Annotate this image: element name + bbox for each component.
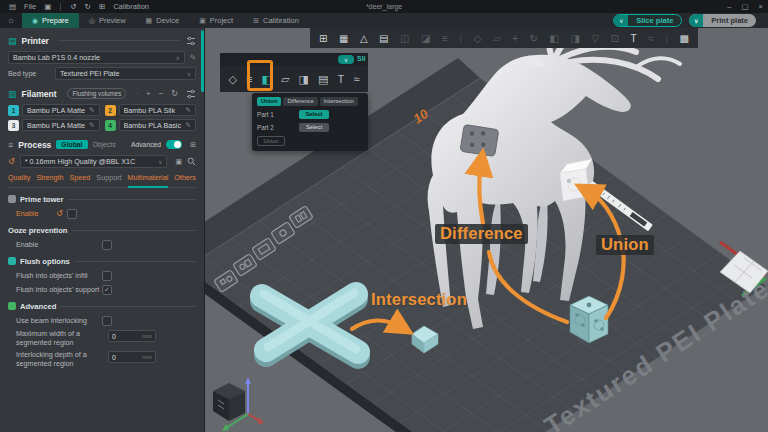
toolbar-icon[interactable]: ≈ bbox=[648, 33, 654, 44]
inset-tool-icon[interactable]: T bbox=[338, 73, 345, 85]
toolbar-icon[interactable]: ◇ bbox=[474, 33, 482, 44]
process-tab[interactable]: Strength bbox=[36, 173, 63, 184]
ooze-enable-checkbox[interactable] bbox=[102, 240, 112, 250]
inset-tool-icon[interactable]: ◇ bbox=[229, 73, 237, 86]
toolbar-icon[interactable]: ◧ bbox=[549, 33, 558, 44]
search-params-icon[interactable] bbox=[187, 157, 196, 166]
calibration-icon: ⊞ bbox=[99, 2, 105, 11]
max-width-input[interactable] bbox=[112, 333, 134, 340]
redo-button[interactable]: ↻ bbox=[85, 2, 91, 11]
printer-preset-dropdown[interactable]: Bambu Lab P1S 0.4 nozzle ∨ bbox=[8, 51, 185, 64]
process-preset-dropdown[interactable]: * 0.16mm High Quality @BBL X1C ∨ bbox=[20, 155, 168, 168]
process-tab[interactable]: Support bbox=[96, 173, 121, 184]
nav-tab[interactable]: ◎ Preview bbox=[79, 13, 136, 28]
toolbar-icon[interactable]: ▱ bbox=[493, 33, 501, 44]
toolbar-icon[interactable]: ◪ bbox=[421, 33, 430, 44]
filament-edit-icon[interactable]: ✎ bbox=[89, 121, 94, 129]
inset-tool-icon[interactable]: ▱ bbox=[281, 73, 289, 86]
filament-settings-icon[interactable] bbox=[186, 89, 196, 99]
boolean-mode-tab[interactable]: Union bbox=[257, 97, 281, 106]
sync-filament-icon[interactable]: ↻ bbox=[171, 89, 178, 98]
part1-select-button[interactable]: Select bbox=[299, 110, 329, 119]
file-menu[interactable]: File bbox=[24, 2, 36, 11]
filament-edit-icon[interactable]: ✎ bbox=[186, 106, 191, 114]
toolbar-icon[interactable]: ▦ bbox=[339, 33, 348, 44]
boolean-inset-toolbar: ◇≡◧▱◨▤T≈ bbox=[220, 66, 368, 92]
flush-row-checkbox[interactable] bbox=[102, 285, 112, 295]
filament-edit-icon[interactable]: ✎ bbox=[89, 106, 94, 114]
prime-tower-title: Prime tower bbox=[20, 195, 63, 204]
toolbar-icon[interactable]: ↻ bbox=[530, 33, 538, 44]
save-preset-icon[interactable]: ▣ bbox=[175, 158, 182, 166]
reset-preset-icon[interactable]: ↺ bbox=[8, 157, 15, 166]
process-tab[interactable]: Multimaterial bbox=[128, 173, 169, 188]
filament-edit-icon[interactable]: ✎ bbox=[186, 121, 191, 129]
printer-edit-icon[interactable]: ✎ bbox=[190, 53, 196, 62]
printer-settings-icon[interactable] bbox=[186, 36, 196, 46]
boolean-mode-tab[interactable]: Intersection bbox=[320, 97, 358, 106]
toolbar-icon[interactable]: + bbox=[512, 33, 518, 44]
print-options-chevron-icon[interactable]: ∨ bbox=[689, 14, 703, 27]
filament-item[interactable]: 1 Bambu PLA Matte ✎ bbox=[8, 104, 100, 116]
printer-preset-value: Bambu Lab P1S 0.4 nozzle bbox=[13, 53, 173, 62]
slice-options-chevron-icon[interactable]: ∨ bbox=[614, 14, 628, 27]
undo-button[interactable]: ↺ bbox=[70, 2, 76, 11]
beam-interlocking-checkbox[interactable] bbox=[102, 316, 112, 326]
add-filament-button[interactable]: + bbox=[146, 89, 151, 98]
save-button[interactable]: ▣ bbox=[44, 2, 51, 11]
maximize-button[interactable]: ▢ bbox=[742, 2, 749, 11]
toolbar-icon[interactable]: ◨ bbox=[570, 33, 579, 44]
calibration-menu[interactable]: Calibration bbox=[113, 2, 149, 11]
minimize-button[interactable]: – bbox=[727, 2, 731, 11]
flushing-volumes-button[interactable]: Flushing volumes bbox=[67, 88, 126, 99]
prime-tower-enable-checkbox[interactable] bbox=[67, 209, 77, 219]
print-plate-button[interactable]: ∨ Print plate bbox=[689, 14, 756, 27]
filament-item[interactable]: 4 Bambu PLA Basic ✎ bbox=[105, 119, 197, 131]
toolbar-icon[interactable]: ▩ bbox=[680, 33, 689, 44]
expand-params-icon[interactable]: ⊞ bbox=[190, 141, 196, 149]
process-scope-global[interactable]: Global bbox=[56, 140, 87, 149]
main-nav-bar: ⌂ ◉ Prepare ◎ Preview ▦ Device ▣ Project… bbox=[0, 13, 768, 28]
chevron-down-icon: ∨ bbox=[176, 55, 180, 61]
process-tab[interactable]: Quality bbox=[8, 173, 30, 184]
nav-tab[interactable]: ▣ Project bbox=[189, 13, 243, 28]
prime-tower-reset-icon[interactable]: ↺ bbox=[56, 209, 63, 218]
part2-select-button[interactable]: Select bbox=[299, 123, 329, 132]
nav-tab[interactable]: ⊞ Calibration bbox=[243, 13, 309, 28]
flush-row-checkbox[interactable] bbox=[102, 271, 112, 281]
inset-tool-icon[interactable]: ▤ bbox=[318, 73, 328, 86]
home-button[interactable]: ⌂ bbox=[0, 13, 22, 28]
toolbar-icon[interactable]: △ bbox=[360, 33, 368, 44]
toolbar-icon[interactable]: T bbox=[631, 33, 637, 44]
process-scope-objects[interactable]: Objects bbox=[93, 141, 116, 148]
interlocking-depth-input[interactable] bbox=[112, 354, 134, 361]
app-titlebar: ▤ File ▣ ↺ ↻ ⊞ Calibration *deer_large –… bbox=[0, 0, 768, 13]
toolbar-icon[interactable]: | bbox=[665, 32, 668, 44]
filament-item[interactable]: 3 Bambu PLA Matte ✎ bbox=[8, 119, 100, 131]
sidebar-scrollbar[interactable] bbox=[201, 30, 204, 92]
inset-tool-icon[interactable]: ◨ bbox=[299, 73, 309, 86]
boolean-apply-button[interactable]: Union bbox=[257, 136, 285, 146]
bed-type-dropdown[interactable]: Textured PEI Plate ∨ bbox=[55, 67, 196, 80]
close-button[interactable]: × bbox=[759, 2, 763, 11]
file-icon[interactable]: ▤ bbox=[9, 2, 16, 11]
nav-tab[interactable]: ◉ Prepare bbox=[22, 13, 79, 28]
toolbar-icon[interactable]: ▽ bbox=[591, 33, 599, 44]
remove-filament-button[interactable]: − bbox=[159, 89, 164, 98]
nav-tab[interactable]: ▦ Device bbox=[136, 13, 190, 28]
advanced-mode-toggle[interactable] bbox=[166, 140, 182, 149]
orientation-axes-widget[interactable] bbox=[213, 377, 264, 431]
toolbar-icon[interactable]: ◫ bbox=[400, 33, 409, 44]
process-tab[interactable]: Others bbox=[174, 173, 196, 184]
toolbar-icon[interactable]: ▤ bbox=[379, 33, 388, 44]
toolbar-icon[interactable]: ⊡ bbox=[611, 33, 619, 44]
boolean-mode-tab[interactable]: Difference bbox=[283, 97, 317, 106]
slice-plate-button[interactable]: ∨ Slice plate bbox=[613, 14, 682, 27]
inset-tool-icon[interactable]: ≈ bbox=[353, 73, 359, 85]
part2-label: Part 2 bbox=[257, 124, 291, 131]
toolbar-icon[interactable]: ⊞ bbox=[319, 33, 327, 44]
process-tab[interactable]: Speed bbox=[70, 173, 91, 184]
toolbar-icon[interactable]: | bbox=[459, 32, 462, 44]
toolbar-icon[interactable]: ≡ bbox=[442, 33, 448, 44]
filament-item[interactable]: 2 Bambu PLA Silk ✎ bbox=[105, 104, 197, 116]
